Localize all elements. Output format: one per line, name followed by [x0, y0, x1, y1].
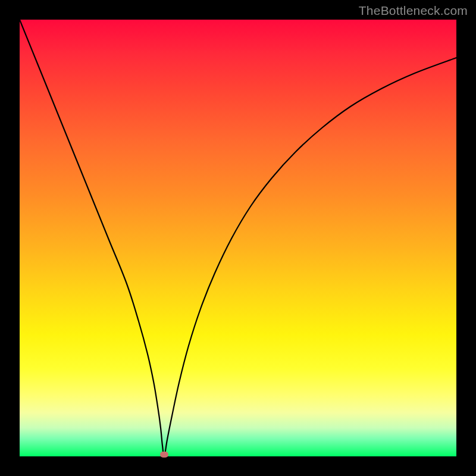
attribution-text: TheBottleneck.com: [359, 4, 468, 18]
optimal-point-marker: [160, 452, 168, 458]
chart-frame: TheBottleneck.com: [0, 0, 476, 476]
plot-area: [20, 20, 456, 456]
bottleneck-curve: [20, 20, 456, 456]
